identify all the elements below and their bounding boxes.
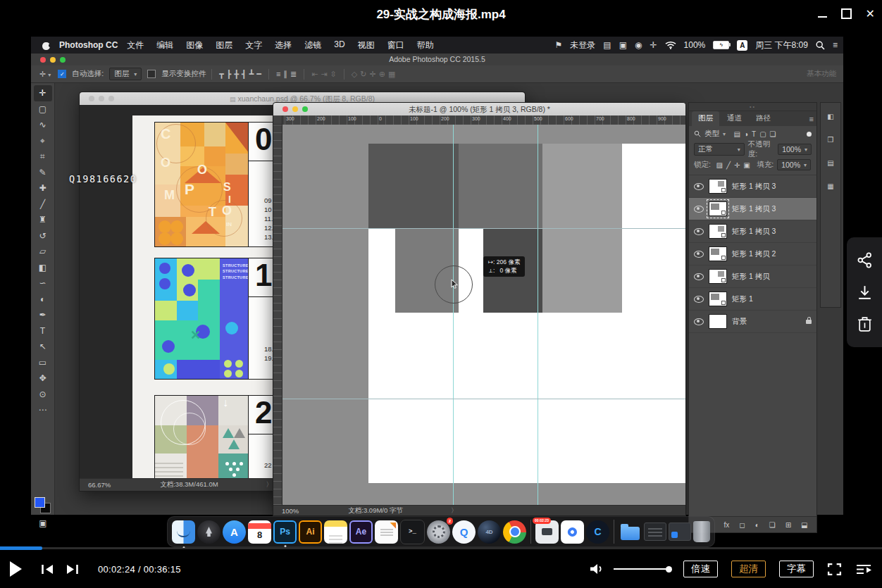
- distribute-icon[interactable]: ∥: [282, 70, 289, 78]
- dock-notes-icon[interactable]: [324, 520, 347, 544]
- layer-thumbnail[interactable]: [709, 314, 727, 329]
- filter-kind-icon[interactable]: ▤: [732, 130, 742, 138]
- visibility-eye-icon[interactable]: [694, 273, 704, 280]
- filter-dropdown-chevron[interactable]: ▾: [723, 131, 726, 137]
- menubar-item[interactable]: 图像: [180, 39, 209, 51]
- playlist-icon[interactable]: [855, 563, 872, 575]
- share-button[interactable]: [856, 251, 874, 269]
- volume-slider[interactable]: [614, 568, 670, 570]
- dock-baidu-netdisk-icon[interactable]: [561, 520, 584, 544]
- doc1-minimize-light[interactable]: [99, 96, 104, 101]
- marquee-tool[interactable]: ▢: [34, 101, 52, 118]
- healing-brush-tool[interactable]: ✚: [34, 180, 52, 196]
- doc1-zoom-level[interactable]: 66.67%: [88, 481, 111, 489]
- dock-calendar-icon[interactable]: 8: [248, 520, 271, 544]
- move-tool[interactable]: ✛: [34, 85, 52, 101]
- delete-button[interactable]: [857, 315, 873, 333]
- threed-mode-icon[interactable]: ↻: [359, 70, 368, 78]
- doc1-status-chevron[interactable]: 〉: [266, 480, 273, 489]
- layers-footer-icon[interactable]: ◻: [738, 521, 747, 529]
- panel-group-header[interactable]: ••: [689, 103, 816, 111]
- quality-button[interactable]: 超清: [731, 561, 766, 577]
- layer-thumbnail[interactable]: [709, 201, 727, 216]
- doc2-zoom-level[interactable]: 100%: [282, 507, 299, 515]
- pen-tool[interactable]: ✒: [34, 307, 52, 323]
- doc2-zoom-light[interactable]: [302, 106, 308, 112]
- visibility-eye-icon[interactable]: [694, 251, 704, 258]
- lock-icon[interactable]: ╱: [724, 161, 732, 169]
- options-icon[interactable]: ⇤: [310, 70, 319, 78]
- layer-row[interactable]: 矩形 1 拷贝 2: [689, 243, 816, 265]
- dock-screen-recorder-icon[interactable]: 00:02:23: [535, 520, 559, 544]
- progress-bar[interactable]: [0, 547, 882, 549]
- align-icon[interactable]: ╋: [232, 70, 240, 78]
- dock-finder-icon[interactable]: [172, 520, 195, 544]
- shape-tool[interactable]: ▭: [34, 355, 52, 371]
- threed-mode-icon[interactable]: ▦: [387, 70, 397, 78]
- auto-select-dropdown[interactable]: 图层▾: [109, 68, 142, 80]
- printer-icon[interactable]: ▤: [603, 40, 611, 50]
- gradient-tool[interactable]: ◧: [34, 260, 52, 276]
- input-method-badge[interactable]: A: [737, 40, 747, 51]
- threed-mode-icon[interactable]: ✛: [368, 70, 377, 78]
- gray-rectangle-layer[interactable]: [368, 144, 459, 228]
- collapsed-panel-properties[interactable]: ▤: [826, 159, 836, 167]
- visibility-eye-icon[interactable]: [694, 296, 704, 303]
- panel-menu-icon[interactable]: ≡: [809, 115, 814, 126]
- layer-row[interactable]: 矩形 1 拷贝 3: [689, 175, 816, 198]
- lasso-tool[interactable]: ∿: [34, 117, 52, 133]
- filter-kind-icon[interactable]: T: [750, 130, 758, 138]
- visibility-eye-icon[interactable]: [694, 183, 704, 190]
- download-button[interactable]: [856, 284, 874, 301]
- layer-thumbnail[interactable]: [709, 292, 727, 306]
- zoom-tool[interactable]: ⊙: [34, 387, 52, 403]
- crop-tool[interactable]: ⌗: [34, 149, 52, 165]
- clone-stamp-tool[interactable]: ♜: [34, 212, 52, 228]
- doc2-close-light[interactable]: [282, 106, 288, 112]
- layer-thumbnail[interactable]: [709, 246, 727, 261]
- distribute-icon[interactable]: ≡: [275, 70, 282, 78]
- foreground-color-swatch[interactable]: [35, 497, 45, 508]
- distribute-icon[interactable]: ≣: [289, 70, 298, 78]
- dock-photoshop-icon[interactable]: Ps: [273, 520, 297, 544]
- brush-tool[interactable]: ╱: [34, 196, 52, 213]
- layer-thumbnail[interactable]: [709, 269, 727, 284]
- dodge-tool[interactable]: ◐: [34, 292, 52, 308]
- options-icon[interactable]: ⇳: [329, 70, 338, 78]
- vertical-ruler[interactable]: [273, 125, 282, 505]
- fill-dropdown[interactable]: 100%▾: [777, 159, 811, 170]
- quick-mask-button[interactable]: ▣: [34, 515, 52, 532]
- dock-after-effects-icon[interactable]: Ae: [349, 520, 373, 544]
- lock-icon[interactable]: ▣: [742, 161, 752, 169]
- menubar-item[interactable]: 图层: [209, 39, 239, 51]
- auto-select-checkbox[interactable]: ✓: [58, 70, 66, 78]
- dock-launchpad-icon[interactable]: [197, 520, 220, 544]
- guide-horizontal[interactable]: [282, 228, 685, 229]
- layers-footer-icon[interactable]: ❏: [767, 521, 777, 529]
- document-window-untitled[interactable]: 未标题-1 @ 100% (矩形 1 拷贝 3, RGB/8) * 300200…: [273, 102, 686, 516]
- layer-row[interactable]: 矩形 1 拷贝 3: [689, 220, 816, 243]
- hand-tool[interactable]: ✥: [34, 370, 52, 387]
- guide-vertical[interactable]: [453, 125, 454, 505]
- menubar-item[interactable]: 视图: [352, 39, 381, 51]
- layers-footer-icon[interactable]: fx: [722, 521, 731, 529]
- menubar-item[interactable]: 文字: [239, 39, 268, 51]
- lock-icon[interactable]: ✛: [732, 161, 741, 169]
- layer-thumbnail[interactable]: [709, 224, 727, 239]
- collapsed-panel-history[interactable]: ◧: [826, 113, 836, 120]
- filter-kind-icon[interactable]: ▢: [758, 130, 768, 138]
- dock-textedit-icon[interactable]: [375, 520, 398, 544]
- align-icon[interactable]: ┳: [218, 70, 225, 78]
- dock-minimized-window-2-icon[interactable]: [669, 523, 691, 541]
- menubar-clock[interactable]: 周三 下午8:09: [755, 39, 808, 51]
- volume-knob[interactable]: [666, 566, 672, 573]
- visibility-eye-icon[interactable]: [694, 228, 704, 235]
- smudge-tool[interactable]: ∽: [34, 275, 52, 292]
- layer-thumbnail[interactable]: [709, 179, 727, 194]
- dock-folder-icon[interactable]: [619, 520, 642, 544]
- filter-kind-icon[interactable]: ◑: [742, 130, 750, 138]
- type-tool[interactable]: T: [34, 323, 52, 339]
- eraser-tool[interactable]: ▱: [34, 244, 52, 260]
- align-icon[interactable]: ┣: [225, 70, 233, 78]
- tab-图层[interactable]: 图层: [692, 111, 719, 126]
